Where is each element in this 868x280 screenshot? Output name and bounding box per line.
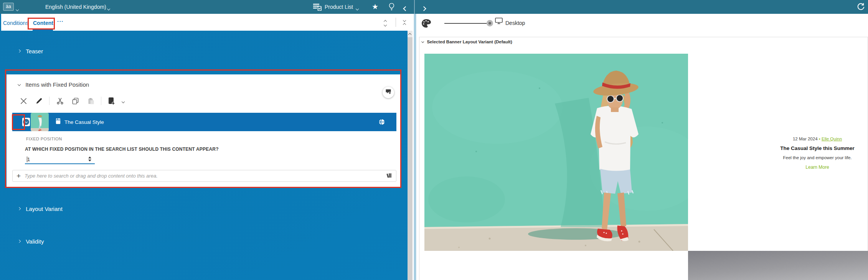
banner-date: 12 Mar 2024 (793, 137, 818, 141)
tab-conditions[interactable]: Conditions (3, 20, 28, 26)
page-selector[interactable]: Product List (325, 4, 353, 10)
banner-image (424, 54, 688, 251)
favorite-star-icon[interactable]: ★ (372, 3, 378, 10)
page-selector-chevron-icon[interactable] (356, 5, 358, 12)
content-editor-panel: Teaser Items with Fixed Position (0, 31, 408, 280)
lightbulb-icon[interactable] (389, 3, 394, 11)
toolbar-divider (49, 97, 50, 105)
item-search-drop-area: + (12, 170, 396, 182)
item-search-input[interactable] (25, 173, 382, 179)
items-section-card: Items with Fixed Position (7, 74, 400, 187)
tabbar-icon-divider (396, 18, 396, 27)
library-icon[interactable] (386, 172, 392, 180)
edit-pencil-icon[interactable] (34, 96, 44, 106)
banner-subtitle: Feel the joy and empower your life. (729, 155, 868, 160)
device-width-slider-handle[interactable] (487, 20, 493, 26)
copy-icon[interactable] (70, 96, 80, 106)
variant-header[interactable]: Selected Banner Layout Variant (Default) (422, 40, 512, 44)
personalization-globe-icon[interactable] (379, 119, 385, 127)
tab-content[interactable]: Content (33, 20, 53, 26)
item-thumbnail (31, 113, 49, 131)
expand-all-icon[interactable] (384, 19, 386, 27)
item-expand-button[interactable] (22, 118, 30, 126)
fixed-position-question: AT WHICH FIXED POSITION IN THE SEARCH LI… (25, 147, 219, 152)
selected-item-row[interactable]: The Casual Style (12, 113, 396, 131)
next-banner-image (688, 251, 868, 280)
add-comment-button[interactable] (383, 87, 394, 98)
app-root: àa English (United Kingdom) Product List… (0, 0, 868, 280)
language-selector[interactable]: English (United Kingdom) (45, 4, 106, 10)
language-chevron-down-icon[interactable] (16, 5, 18, 12)
banner-author-link[interactable]: Elle Quinn (822, 137, 842, 141)
forward-chevron-icon[interactable] (422, 5, 426, 12)
section-items-label: Items with Fixed Position (25, 81, 89, 88)
section-layout-variant[interactable]: Layout Variant (18, 206, 63, 212)
section-items[interactable]: Items with Fixed Position (18, 81, 89, 88)
language-icon[interactable]: àa (3, 3, 14, 11)
top-bar: àa English (United Kingdom) Product List… (0, 0, 868, 14)
text-caret (27, 156, 27, 162)
section-validity[interactable]: Validity (18, 238, 44, 245)
device-width-slider-track[interactable] (444, 23, 490, 24)
banner-title: The Casual Style this Summer (729, 145, 868, 151)
scroll-up-arrow-icon[interactable] (408, 31, 413, 37)
collapse-all-icon[interactable] (403, 19, 406, 26)
item-book-icon (56, 118, 61, 126)
monitor-icon (495, 18, 503, 26)
section-validity-label: Validity (26, 238, 44, 245)
topbar-panel-divider (414, 0, 415, 14)
paste-icon-disabled[interactable] (86, 96, 96, 106)
fixed-position-input[interactable] (25, 155, 95, 164)
left-edge-stripe (0, 14, 1, 31)
cut-scissors-icon[interactable] (55, 96, 65, 106)
left-panel-scrollbar[interactable] (408, 31, 413, 280)
section-teaser[interactable]: Teaser (18, 48, 43, 54)
banner-bullet: • (819, 137, 820, 141)
palette-icon[interactable] (421, 19, 431, 30)
back-chevron-icon[interactable] (404, 5, 407, 12)
fixed-position-label: FIXED POSITION (26, 137, 62, 141)
banner-cta-link[interactable]: Learn More (729, 165, 868, 170)
item-title: The Casual Style (64, 119, 104, 125)
panel-splitter[interactable] (414, 14, 416, 280)
refresh-icon[interactable] (857, 3, 865, 11)
items-toolbar (18, 96, 124, 106)
delete-icon[interactable] (18, 96, 28, 106)
number-spinner[interactable] (88, 156, 91, 161)
variant-header-label: Selected Banner Layout Variant (Default) (427, 40, 512, 44)
new-item-icon[interactable] (107, 96, 117, 106)
new-item-chevron-icon[interactable] (122, 97, 124, 104)
product-list-icon (313, 3, 322, 11)
banner-text-block: 12 Mar 2024 • Elle Quinn The Casual Styl… (729, 137, 868, 170)
add-plus-icon: + (17, 172, 21, 180)
tab-more-menu[interactable]: ··· (57, 18, 64, 25)
section-layout-variant-label: Layout Variant (26, 206, 63, 212)
comment-plus-icon (385, 89, 391, 96)
device-label[interactable]: Desktop (505, 20, 525, 26)
section-teaser-label: Teaser (26, 48, 43, 54)
toolbar-divider (101, 97, 101, 105)
language-selector-chevron-icon[interactable] (107, 5, 110, 12)
